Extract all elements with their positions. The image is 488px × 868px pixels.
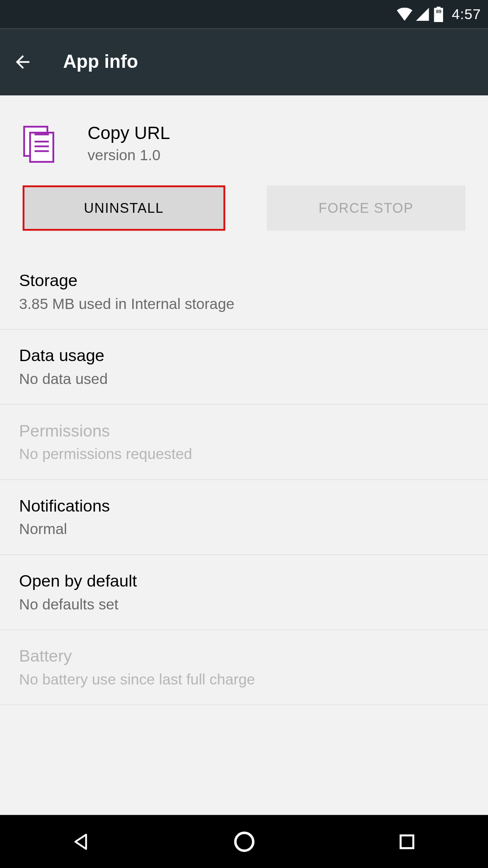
- app-version: version 1.0: [88, 147, 170, 164]
- battery-subtitle: No battery use since last full charge: [19, 670, 469, 688]
- clock: 4:57: [452, 6, 481, 22]
- data-usage-item[interactable]: Data usage No data used: [0, 330, 488, 405]
- open-default-subtitle: No defaults set: [19, 595, 469, 613]
- app-icon: [23, 125, 59, 161]
- notifications-item[interactable]: Notifications Normal: [0, 480, 488, 555]
- data-usage-title: Data usage: [19, 346, 469, 365]
- nav-back-icon[interactable]: [67, 827, 96, 856]
- navigation-bar: [0, 815, 488, 868]
- cell-signal-icon: [416, 8, 429, 21]
- notifications-subtitle: Normal: [19, 520, 469, 538]
- app-name: Copy URL: [88, 123, 170, 143]
- battery-item: Battery No battery use since last full c…: [0, 630, 488, 705]
- uninstall-button[interactable]: UNINSTALL: [22, 185, 225, 231]
- nav-home-icon[interactable]: [230, 827, 258, 856]
- notifications-title: Notifications: [19, 497, 469, 516]
- permissions-item: Permissions No permissions requested: [0, 405, 488, 480]
- force-stop-button: FORCE STOP: [266, 185, 465, 231]
- battery-percentage: 89: [435, 9, 443, 14]
- storage-subtitle: 3.85 MB used in Internal storage: [19, 295, 469, 312]
- storage-title: Storage: [19, 271, 469, 290]
- action-bar: App info: [0, 29, 488, 96]
- svg-point-0: [235, 833, 253, 851]
- open-by-default-item[interactable]: Open by default No defaults set: [0, 555, 488, 630]
- data-usage-subtitle: No data used: [19, 370, 469, 387]
- permissions-title: Permissions: [19, 421, 469, 440]
- status-bar: 89 4:57: [0, 0, 488, 29]
- page-title: App info: [63, 51, 138, 73]
- battery-title: Battery: [19, 647, 469, 666]
- permissions-subtitle: No permissions requested: [19, 445, 469, 463]
- button-row: UNINSTALL FORCE STOP: [0, 185, 488, 254]
- app-header: Copy URL version 1.0: [0, 95, 488, 185]
- battery-icon: 89: [433, 6, 445, 22]
- nav-recent-icon[interactable]: [392, 827, 421, 856]
- svg-rect-1: [400, 835, 413, 848]
- back-arrow-icon[interactable]: [12, 51, 33, 73]
- open-default-title: Open by default: [19, 572, 469, 591]
- wifi-icon: [397, 8, 413, 21]
- storage-item[interactable]: Storage 3.85 MB used in Internal storage: [0, 255, 488, 330]
